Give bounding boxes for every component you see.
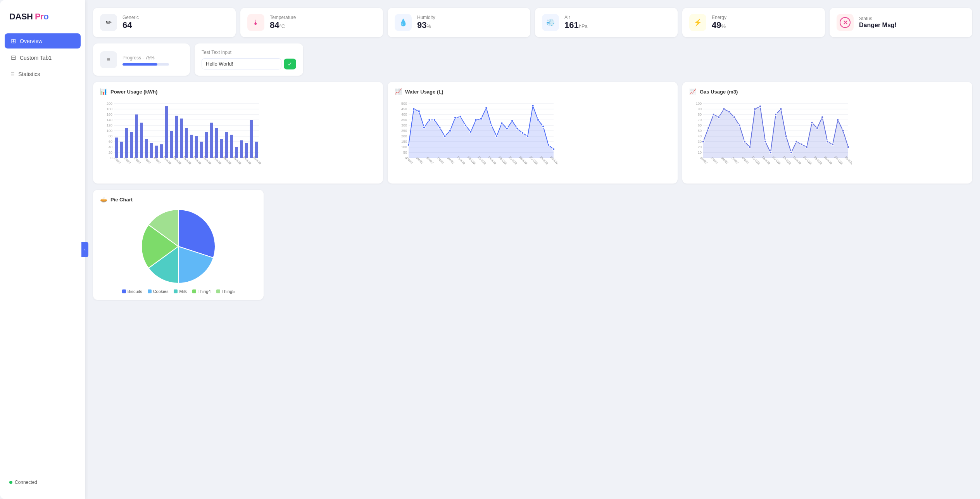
stats-row: ✏ Generic 64 🌡 Temperature 84°C	[93, 8, 972, 37]
connection-label: Connected	[15, 480, 37, 485]
humidity-icon-wrap: 💧	[395, 14, 412, 31]
status-value: Danger Msg!	[859, 21, 897, 29]
legend-dot-cookies	[148, 289, 152, 293]
progress-content: Progress - 75%	[122, 54, 169, 66]
pie-legend: Biscuits Cookies Milk Thing4	[100, 289, 257, 294]
confirm-button[interactable]: ✓	[284, 59, 296, 69]
power-chart-title-row: 📊 Power Usage (kWh)	[100, 88, 376, 95]
legend-item-thing4: Thing4	[192, 289, 211, 294]
generic-icon-wrap: ✏	[100, 14, 117, 31]
legend-dot-thing5	[216, 289, 220, 293]
sidebar-item-overview-label: Overview	[20, 38, 42, 44]
status-icon-wrap: ✕	[837, 14, 854, 31]
power-chart-title: Power Usage (kWh)	[110, 89, 157, 95]
legend-label-thing4: Thing4	[198, 289, 211, 294]
text-input-label: Test Text Input	[202, 50, 231, 55]
pie-chart-canvas	[140, 208, 217, 285]
energy-icon: ⚡	[694, 18, 702, 27]
sidebar-collapse-button[interactable]: ‹	[81, 242, 88, 257]
stat-card-generic: ✏ Generic 64	[93, 8, 236, 37]
gas-chart-canvas	[689, 100, 852, 177]
legend-item-thing5: Thing5	[216, 289, 235, 294]
progress-bar-container	[122, 63, 169, 66]
generic-icon: ✏	[106, 18, 112, 27]
gas-chart-title: Gas Usage (m3)	[700, 89, 738, 95]
power-usage-chart: 📊 Power Usage (kWh)	[93, 82, 383, 184]
air-icon-wrap: 💨	[542, 14, 559, 31]
legend-label-milk: Milk	[179, 289, 187, 294]
water-usage-chart: 📈 Water Usage (L)	[388, 82, 678, 184]
water-chart-canvas	[395, 100, 557, 177]
legend-label-thing5: Thing5	[222, 289, 235, 294]
connected-dot	[9, 481, 12, 484]
stat-card-humidity: 💧 Humidity 93%	[388, 8, 530, 37]
pie-row: 🥧 Pie Chart Biscuits Cookies Mil	[93, 190, 972, 300]
generic-value: 64	[122, 20, 139, 30]
power-chart-canvas	[100, 100, 263, 177]
air-value: 161hPa	[564, 20, 588, 30]
charts-row: 📊 Power Usage (kWh) 📈 Water Usage (L) 📈 …	[93, 82, 972, 184]
temperature-icon: 🌡	[252, 19, 259, 27]
legend-label-biscuits: Biscuits	[128, 289, 142, 294]
connection-status: Connected	[0, 473, 85, 491]
pie-chart-title-row: 🥧 Pie Chart	[100, 196, 257, 203]
progress-widget: ≡ Progress - 75%	[93, 43, 190, 76]
energy-icon-wrap: ⚡	[689, 14, 706, 31]
progress-bar-fill	[122, 63, 157, 66]
humidity-icon: 💧	[399, 18, 407, 27]
status-info: Status Danger Msg!	[859, 16, 897, 29]
text-input-widget: Test Text Input ✓	[195, 43, 303, 76]
pie-chart-title: Pie Chart	[110, 197, 133, 203]
gas-usage-chart: 📈 Gas Usage (m3)	[682, 82, 972, 184]
sidebar-item-statistics-label: Statistics	[18, 71, 40, 77]
status-label: Status	[859, 16, 897, 21]
humidity-value: 93%	[417, 20, 435, 30]
stat-card-energy: ⚡ Energy 49%	[682, 8, 825, 37]
sidebar-item-statistics[interactable]: ≡ Statistics	[5, 67, 81, 81]
stat-card-status: ✕ Status Danger Msg!	[830, 8, 972, 37]
air-info: Air 161hPa	[564, 15, 588, 30]
legend-item-milk: Milk	[174, 289, 187, 294]
pie-chart-card: 🥧 Pie Chart Biscuits Cookies Mil	[93, 190, 264, 300]
gas-chart-title-row: 📈 Gas Usage (m3)	[689, 88, 965, 95]
water-chart-title-row: 📈 Water Usage (L)	[395, 88, 671, 95]
humidity-info: Humidity 93%	[417, 15, 435, 30]
progress-icon-wrap: ≡	[100, 51, 117, 68]
logo-pro: Pro	[35, 12, 48, 21]
air-label: Air	[564, 15, 588, 20]
power-chart-icon: 📊	[100, 88, 107, 95]
custom-tab1-icon: ⊟	[11, 54, 16, 61]
stat-card-temperature: 🌡 Temperature 84°C	[240, 8, 383, 37]
statistics-icon: ≡	[11, 71, 14, 78]
gas-chart-icon: 📈	[689, 88, 697, 95]
legend-dot-biscuits	[122, 289, 126, 293]
sidebar-item-custom-tab1-label: Custom Tab1	[20, 55, 52, 61]
sidebar: DASH Pro ⊞ Overview ⊟ Custom Tab1 ≡ Stat…	[0, 0, 85, 499]
sidebar-item-custom-tab1[interactable]: ⊟ Custom Tab1	[5, 50, 81, 65]
main-content: ✏ Generic 64 🌡 Temperature 84°C	[85, 0, 980, 499]
widgets-row: ≡ Progress - 75% Test Text Input ✓	[93, 43, 972, 76]
temperature-info: Temperature 84°C	[270, 15, 296, 30]
legend-dot-thing4	[192, 289, 196, 293]
energy-label: Energy	[712, 15, 726, 20]
humidity-label: Humidity	[417, 15, 435, 20]
water-chart-title: Water Usage (L)	[405, 89, 443, 95]
water-chart-icon: 📈	[395, 88, 402, 95]
temperature-icon-wrap: 🌡	[247, 14, 264, 31]
status-icon: ✕	[840, 17, 851, 28]
legend-dot-milk	[174, 289, 178, 293]
energy-info: Energy 49%	[712, 15, 726, 30]
sidebar-item-overview[interactable]: ⊞ Overview	[5, 33, 81, 49]
temperature-value: 84°C	[270, 20, 296, 30]
temperature-label: Temperature	[270, 15, 296, 20]
text-input-field[interactable]	[202, 58, 281, 69]
progress-label: Progress - 75%	[122, 55, 155, 61]
legend-item-cookies: Cookies	[148, 289, 169, 294]
pie-chart-icon: 🥧	[100, 196, 107, 203]
stat-card-air: 💨 Air 161hPa	[535, 8, 678, 37]
progress-icon: ≡	[107, 56, 110, 63]
energy-value: 49%	[712, 20, 726, 30]
logo: DASH Pro	[0, 8, 85, 33]
progress-bar-background	[122, 63, 169, 66]
air-icon: 💨	[546, 18, 555, 27]
